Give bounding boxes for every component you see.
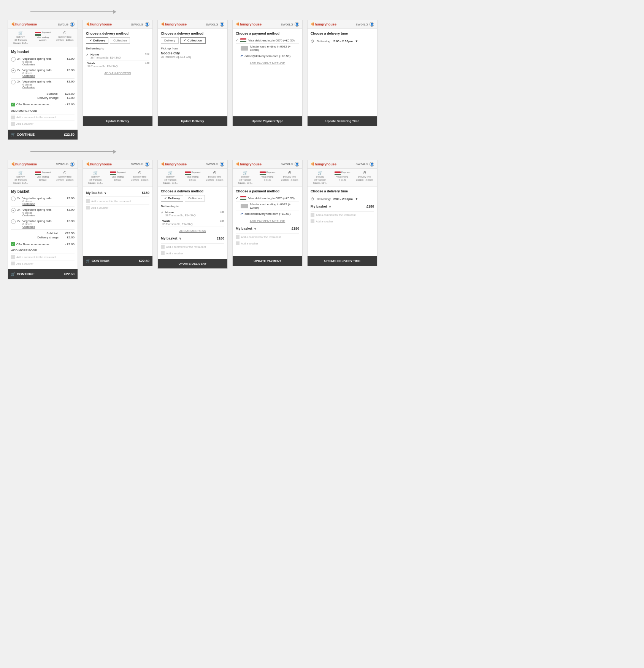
payment-item-0[interactable]: ✓ Visa debit ending in 0076 (+£0.50) [236, 37, 299, 44]
minus-btn-2[interactable]: − [11, 219, 16, 224]
edit-link-1[interactable]: Edit [220, 219, 224, 222]
comment-row[interactable]: Add a comment for the restaurant [11, 254, 75, 260]
add-payment-link[interactable]: ADD PAYMENT METHOD [236, 59, 299, 67]
subtotal-value: £28.50 [65, 232, 75, 235]
comment-label: Add a comment for the restaurant [91, 200, 131, 203]
customise-link-0[interactable]: Customise [22, 203, 65, 205]
continue-btn[interactable]: 🛒 CONTINUE £22.50 [8, 269, 78, 279]
payment-item-0[interactable]: ✓ Visa debit ending in 0076 (+£0.50) [236, 195, 299, 202]
add-more-food[interactable]: ADD MORE FOOD [11, 108, 75, 114]
basket-collapse-row[interactable]: My basket ∨ £180 [86, 189, 149, 197]
action-btn[interactable]: Update Delivery [83, 116, 152, 126]
continue-btn[interactable]: 🛒 CONTINUE £22.50 [83, 256, 152, 266]
screen-payment: 🍕hungryhouse SW66LG 👤 Choose a payment m… [232, 20, 303, 126]
customise-link-2[interactable]: Customise [22, 225, 65, 228]
add-payment-link[interactable]: ADD PAYMENT METHOD [236, 217, 299, 225]
tab-collection[interactable]: Collection [185, 195, 205, 202]
user-icon[interactable]: 👤 [220, 22, 224, 27]
action-btn[interactable]: UPDATE PAYMENT [233, 256, 302, 266]
action-btn[interactable]: UPDATE DELIVERY [158, 259, 227, 268]
subtotal-value: £28.50 [65, 92, 75, 95]
user-icon[interactable]: 👤 [370, 162, 374, 167]
user-icon[interactable]: 👤 [145, 22, 149, 27]
voucher-row[interactable]: Add a voucher [161, 250, 224, 256]
user-icon[interactable]: 👤 [370, 22, 374, 27]
customise-link-1[interactable]: Customise [22, 75, 65, 77]
payment-item-2[interactable]: P eddie@deliveryhero.com (+£0.50) [236, 53, 299, 59]
minus-btn-0[interactable]: − [11, 57, 16, 62]
tab-collection[interactable]: ✓Collection [180, 37, 206, 44]
basket-collapse-row[interactable]: My basket ∨ £180 [161, 235, 224, 242]
edit-link-0[interactable]: Edit [220, 211, 224, 213]
header-right: SW66LG 👤 [281, 22, 299, 27]
step-icon-2: ⏱ [130, 171, 150, 175]
header-right: SW6LG 👤 [58, 22, 75, 27]
add-more-food[interactable]: ADD MORE FOOD [11, 247, 75, 254]
payment-item-1[interactable]: Master card ending in 0032 (+£0.50) [236, 202, 299, 211]
continue-price: £22.50 [139, 259, 149, 263]
payment-item-2[interactable]: P eddie@deliveryhero.com (+£0.58) [236, 211, 299, 217]
minus-btn-2[interactable]: − [11, 80, 16, 84]
payment-item-1[interactable]: Master card ending in 0032 (+£0.50) [236, 44, 299, 53]
comment-row[interactable]: Add a comment for the restaurant [311, 211, 374, 218]
basket-collapse-row[interactable]: My basket ∨ £180 [311, 203, 374, 210]
tab-delivery[interactable]: Delivery [161, 37, 179, 44]
voucher-row[interactable]: Add a voucher [86, 204, 149, 211]
user-icon[interactable]: 👤 [295, 22, 299, 27]
comment-row[interactable]: Add a comment for the restaurant [86, 198, 149, 204]
tab-delivery[interactable]: ✓Delivery [161, 195, 183, 202]
item-qty-2: 2x [17, 80, 21, 83]
comment-row[interactable]: Add a comment for the restaurant [161, 243, 224, 250]
voucher-row[interactable]: Add a voucher [311, 218, 374, 224]
screen-delivery-method2: 🍕hungryhouse SW66LG 👤 🛒 Delivery 38 Tran… [157, 160, 228, 269]
logo: 🍕hungryhouse [161, 162, 187, 166]
dropdown-arrow[interactable]: ▼ [355, 40, 358, 43]
edit-link-0[interactable]: Edit [145, 53, 149, 56]
basket-item-0: − 2x Vegetable spring rolls 6 pieces Cus… [11, 56, 75, 67]
user-icon[interactable]: 👤 [70, 162, 75, 167]
user-icon[interactable]: 👤 [145, 162, 149, 167]
customise-link-1[interactable]: Customise [22, 214, 65, 217]
item-info-1: Vegetable spring rolls 6 pieces Customis… [22, 68, 65, 77]
dropdown-arrow[interactable]: ▼ [355, 197, 358, 201]
delivering-to: Delivering to [86, 47, 149, 50]
basket-label: My basket [311, 205, 327, 208]
comment-row[interactable]: Add a comment for the restaurant [11, 114, 75, 121]
tab-collection[interactable]: Collection [110, 37, 130, 44]
address-info-0: Home 38 Transom Sq, E14 3AQ [165, 211, 196, 217]
action-btn[interactable]: UPDATE DELIVERY TIME [308, 256, 377, 266]
step-item-2: ⏱ Delivery time 2:00pm - 2:30pm [130, 171, 150, 185]
user-icon[interactable]: 👤 [70, 22, 75, 27]
step-label-0: Delivery 38 Transom Square, E14... [13, 176, 28, 184]
address-item-0: ✓ Home 38 Transom Sq, E14 3AQ Edit [86, 52, 149, 60]
continue-btn[interactable]: 🛒 CONTINUE £22.50 [8, 130, 78, 140]
user-icon[interactable]: 👤 [295, 162, 299, 167]
edit-link-1[interactable]: Edit [145, 62, 149, 64]
minus-btn-1[interactable]: − [11, 68, 16, 73]
step-label-0: Delivery 38 Transom Square, E14... [313, 176, 327, 184]
action-btn[interactable]: Update Delivering Time [308, 116, 377, 126]
customise-link-0[interactable]: Customise [22, 63, 65, 66]
offer-row: ✓ Offer Name xxxxxxxxxxxxxx... - £2.00 [11, 102, 75, 108]
voucher-row[interactable]: Add a voucher [11, 121, 75, 127]
comment-row[interactable]: Add a comment for the restaurant [236, 233, 299, 240]
action-btn[interactable]: Update Payment Type [233, 116, 302, 126]
user-icon[interactable]: 👤 [220, 162, 224, 167]
voucher-row[interactable]: Add a voucher [236, 240, 299, 246]
add-address-link[interactable]: ADD AN ADDRESS [86, 69, 149, 77]
add-address-link[interactable]: ADD AN ADDRESS [161, 227, 224, 235]
customise-link-2[interactable]: Customise [22, 86, 65, 89]
address-item-1: Work 38 Transom Sq, E14 3AQ Edit [86, 60, 149, 69]
basket-collapse-row[interactable]: My basket ∨ £180 [236, 225, 299, 232]
action-btn[interactable]: Update Delivery [158, 116, 227, 126]
item-sub-0: 6 pieces [22, 200, 65, 203]
logo: 🍕hungryhouse [311, 22, 336, 26]
basket-item-2: − 2x Vegetable spring rolls 6 pieces Cus… [11, 79, 75, 90]
basket-icon: 🛒 [11, 133, 15, 136]
step-item-1: Payment Visa ending in 0123 [257, 171, 278, 185]
minus-btn-0[interactable]: − [11, 197, 16, 201]
voucher-row[interactable]: Add a voucher [11, 260, 75, 267]
minus-btn-1[interactable]: − [11, 208, 16, 213]
tab-delivery[interactable]: ✓Delivery [86, 37, 108, 44]
item-sub-1: 6 pieces [22, 211, 65, 214]
